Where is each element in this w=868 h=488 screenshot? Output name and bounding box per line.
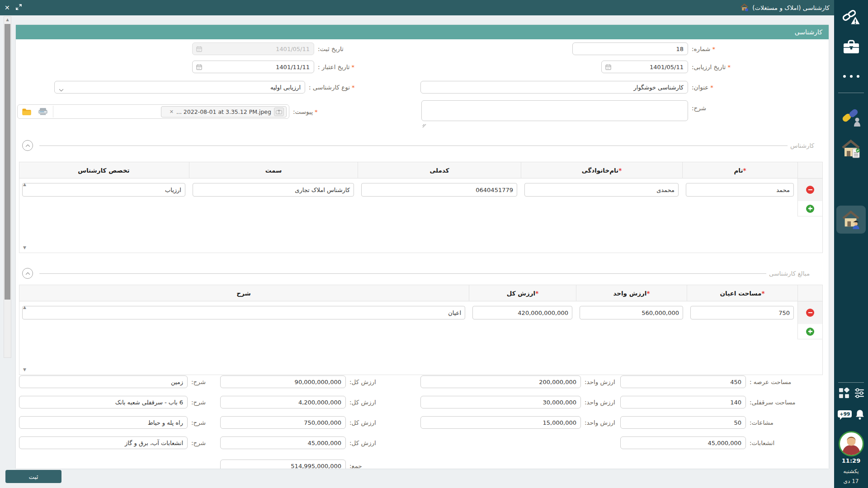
col-unit-value: *ارزش واحد	[576, 285, 687, 301]
more-dots-icon[interactable]	[834, 75, 868, 78]
desc-input[interactable]: راه پله و حیاط	[19, 416, 188, 429]
specialty-input[interactable]: ارزیاب	[22, 183, 185, 197]
table-scroll-up-icon[interactable]: ▲	[23, 182, 26, 187]
area-input[interactable]: 45,000,000	[620, 436, 746, 449]
unit-value-input[interactable]: 200,000,000	[420, 375, 581, 388]
total-value-input[interactable]: 45,000,000	[220, 436, 346, 449]
amounts-table: *مساحت اعیان *ارزش واحد *ارزش کل شرح 750…	[19, 285, 823, 375]
expert-section-title: کارشناس	[790, 142, 814, 149]
remove-attachment-icon[interactable]: ✕	[170, 109, 174, 115]
window-titlebar: ✕ کارشناسی (املاک و مستغلات)	[0, 0, 834, 15]
total-value-input[interactable]: 90,000,000,000	[220, 375, 346, 388]
sum-label: جمع:	[349, 460, 362, 469]
chevron-down-icon	[59, 86, 64, 93]
col-total-value: *ارزش کل	[469, 285, 576, 301]
area-label: مشاعات:	[750, 416, 774, 429]
total-value-label: ارزش کل:	[349, 375, 376, 388]
col-specialty: تخصص کارشناس	[19, 162, 189, 178]
add-row-button[interactable]	[806, 205, 814, 213]
detail-row-common: مشاعات: 50 ارزش واحد: 15,000,000 ارزش کل…	[16, 416, 829, 429]
scrollbar-up-icon[interactable]: ▲	[4, 18, 11, 22]
calendar-icon[interactable]	[196, 64, 203, 72]
divider	[838, 382, 864, 383]
area-input[interactable]: 450	[620, 375, 746, 388]
attachment-label: *پیوست:	[293, 105, 317, 118]
resize-grip-icon[interactable]	[422, 122, 426, 129]
title-input[interactable]: کارشناسی خوشگوار	[420, 81, 688, 94]
title-label: *عنوان:	[692, 81, 713, 94]
unit-value-input[interactable]: 15,000,000	[420, 416, 581, 429]
add-row-button[interactable]	[806, 328, 814, 336]
table-scroll-up-icon[interactable]: ▲	[23, 305, 26, 310]
type-label: *نوع کارشناسی :	[309, 81, 355, 94]
col-last-name: *نام‌خانوادگی	[521, 162, 682, 178]
form-settings-icon[interactable]	[854, 388, 865, 400]
scrollbar-thumb[interactable]	[5, 24, 10, 300]
description-textarea[interactable]	[421, 100, 688, 121]
close-icon[interactable]: ✕	[5, 4, 10, 11]
submit-button[interactable]: ثبت	[5, 470, 61, 483]
description-input[interactable]: اعیان	[22, 306, 465, 319]
notifications-bell-icon[interactable]	[855, 409, 865, 421]
unit-value-input[interactable]: 30,000,000	[420, 396, 581, 408]
vertical-scrollbar[interactable]: ▲	[4, 16, 11, 358]
desc-input[interactable]: 6 باب - سرقفلی شعبه بانک	[19, 396, 188, 408]
desc-input[interactable]: زمین	[19, 375, 188, 388]
expertise-form-panel: کارشناسی *شماره: 18 تاریخ ثبت: 1401/05/1…	[16, 25, 829, 469]
attachment-chip: ... 2022-08-01 at 3.35.12 PM.jpeg ✕	[161, 106, 287, 117]
expiry-date-input[interactable]: 1401/11/11	[192, 61, 314, 73]
position-input[interactable]: کارشناس املاک تجاری	[193, 183, 354, 197]
expand-icon[interactable]	[15, 4, 22, 12]
table-scroll-down-icon[interactable]: ▼	[23, 367, 26, 372]
desc-label: شرح:	[191, 375, 206, 388]
chat-icon[interactable]: +99	[838, 410, 852, 418]
attachment-field: ... 2022-08-01 at 3.35.12 PM.jpeg ✕	[17, 104, 289, 119]
total-row: جمع: 514,995,000,000	[16, 460, 829, 469]
first-name-input[interactable]: محمد	[686, 183, 794, 197]
dashboard-widgets-icon[interactable]	[839, 388, 849, 400]
expert-table-row: محمد محمدی 0640451779 کارشناس املاک تجار…	[19, 178, 822, 201]
col-position: سمت	[189, 162, 358, 178]
clock-weekday: یکشنبه	[834, 468, 868, 474]
unit-value-label: ارزش واحد:	[585, 416, 615, 429]
link-person-icon[interactable]	[834, 108, 868, 127]
collapse-icon[interactable]	[22, 268, 33, 279]
description-label: شرح:	[692, 102, 706, 114]
area-input[interactable]: 50	[620, 416, 746, 429]
total-value-label: ارزش کل:	[349, 396, 376, 408]
evaluation-date-input[interactable]: 1401/05/11	[601, 61, 688, 73]
desc-input[interactable]: انشعابات آب، برق و گاز	[19, 436, 188, 449]
avatar[interactable]	[839, 431, 864, 458]
last-name-input[interactable]: محمدی	[524, 183, 679, 197]
unit-value-input[interactable]: 560,000,000	[580, 306, 683, 319]
table-scroll-down-icon[interactable]: ▼	[23, 245, 26, 250]
divider	[53, 106, 53, 117]
remove-row-button[interactable]	[806, 309, 814, 317]
collapse-icon[interactable]	[22, 140, 33, 151]
amounts-section-divider: مبالغ کارشناسی	[16, 268, 829, 280]
col-area: *مساحت اعیان	[687, 285, 797, 301]
area-label: انشعابات:	[750, 436, 774, 449]
detail-row-goodwill: مساحت سرقفلی: 140 ارزش واحد: 30,000,000 …	[16, 396, 829, 408]
briefcase-icon[interactable]	[834, 40, 868, 55]
national-id-input[interactable]: 0640451779	[361, 183, 517, 197]
desc-label: شرح:	[191, 436, 206, 449]
calendar-icon	[196, 46, 203, 54]
total-value-input[interactable]: 750,000,000	[220, 416, 346, 429]
calendar-icon[interactable]	[605, 64, 612, 72]
sum-input[interactable]: 514,995,000,000	[220, 460, 346, 469]
amounts-section-title: مبالغ کارشناسی	[769, 270, 810, 277]
sidebar-item-selected[interactable]	[836, 206, 866, 234]
type-select[interactable]: ارزیابی اولیه	[54, 81, 305, 94]
total-value-input[interactable]: 4,200,000,000	[220, 396, 346, 408]
area-input[interactable]: 750	[690, 306, 794, 319]
area-input[interactable]: 140	[620, 396, 746, 408]
amounts-table-header: *مساحت اعیان *ارزش واحد *ارزش کل شرح	[19, 285, 822, 301]
number-input[interactable]: 18	[572, 42, 688, 55]
attach-folder-button[interactable]	[19, 106, 34, 117]
house-report-icon[interactable]	[834, 139, 868, 159]
attach-scanner-button[interactable]	[36, 106, 50, 117]
total-value-input[interactable]: 420,000,000,000	[472, 306, 572, 319]
link-warning-icon[interactable]	[834, 9, 868, 26]
remove-row-button[interactable]	[806, 186, 814, 194]
